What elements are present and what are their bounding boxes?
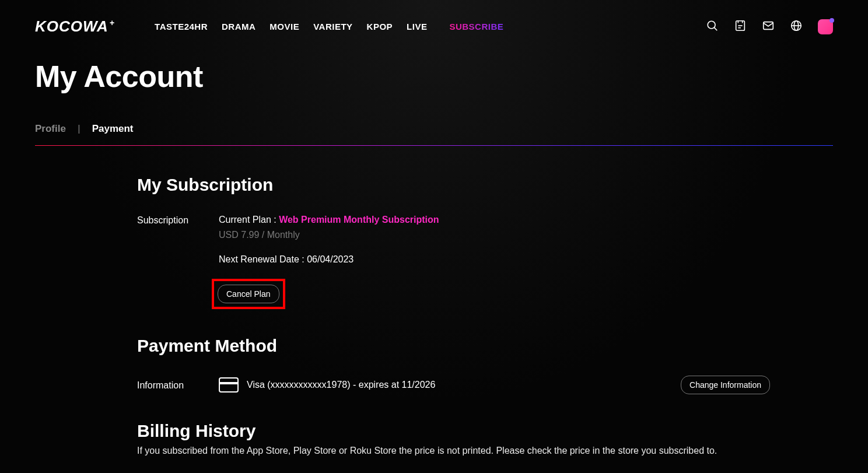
main-nav: TASTE24HR DRAMA MOVIE VARIETY KPOP LIVE … [155, 22, 503, 31]
credit-card-icon [219, 377, 239, 393]
nav-live[interactable]: LIVE [407, 22, 427, 31]
header: KOCOWA+ TASTE24HR DRAMA MOVIE VARIETY KP… [0, 0, 868, 47]
mail-icon[interactable] [762, 19, 775, 34]
subscription-row: Subscription Current Plan : Web Premium … [137, 215, 770, 309]
svg-point-0 [708, 21, 715, 29]
svg-line-1 [714, 27, 717, 30]
nav-taste24hr[interactable]: TASTE24HR [155, 22, 208, 31]
plan-name: Web Premium Monthly Subscription [279, 215, 439, 225]
change-info-wrap: Change Information [681, 376, 770, 394]
tab-payment[interactable]: Payment [92, 123, 134, 135]
tab-profile[interactable]: Profile [35, 123, 66, 135]
page-title: My Account [35, 59, 833, 94]
renewal-label: Next Renewal Date : [219, 254, 307, 264]
renewal-line: Next Renewal Date : 06/04/2023 [219, 254, 770, 265]
current-plan-line: Current Plan : Web Premium Monthly Subsc… [219, 215, 770, 225]
nav-subscribe[interactable]: SUBSCRIBE [449, 22, 503, 31]
renewal-date: 06/04/2023 [307, 254, 354, 264]
cancel-plan-button[interactable]: Cancel Plan [218, 285, 279, 303]
header-right [706, 19, 833, 34]
globe-icon[interactable] [790, 19, 803, 34]
content: My Subscription Subscription Current Pla… [35, 146, 770, 456]
page: My Account Profile | Payment My Subscrip… [0, 59, 868, 456]
section-title-subscription: My Subscription [137, 175, 770, 195]
nav-movie[interactable]: MOVIE [270, 22, 299, 31]
payment-body: Visa (xxxxxxxxxxxx1978) - expires at 11/… [219, 376, 770, 394]
subscription-label: Subscription [137, 215, 207, 226]
nav-variety[interactable]: VARIETY [313, 22, 352, 31]
my-list-icon[interactable] [734, 19, 747, 34]
payment-label: Information [137, 380, 207, 391]
search-icon[interactable] [706, 19, 719, 34]
logo-plus: + [110, 18, 115, 27]
tab-divider: | [78, 123, 80, 135]
billing-description: If you subscribed from the App Store, Pl… [137, 446, 770, 456]
logo-text: KOCOWA [35, 17, 108, 35]
logo[interactable]: KOCOWA+ [35, 17, 114, 36]
avatar[interactable] [818, 19, 833, 34]
payment-row: Information Visa (xxxxxxxxxxxx1978) - ex… [137, 376, 770, 394]
plan-price: USD 7.99 / Monthly [219, 230, 770, 240]
card-text: Visa (xxxxxxxxxxxx1978) - expires at 11/… [247, 380, 435, 390]
account-tabs: Profile | Payment [35, 123, 833, 135]
nav-kpop[interactable]: KPOP [367, 22, 393, 31]
current-plan-label: Current Plan : [219, 215, 279, 225]
nav-drama[interactable]: DRAMA [222, 22, 256, 31]
subscription-body: Current Plan : Web Premium Monthly Subsc… [219, 215, 770, 309]
section-title-billing: Billing History [137, 421, 770, 441]
section-title-payment: Payment Method [137, 336, 770, 356]
change-information-button[interactable]: Change Information [681, 376, 770, 394]
cancel-highlight: Cancel Plan [212, 279, 285, 309]
